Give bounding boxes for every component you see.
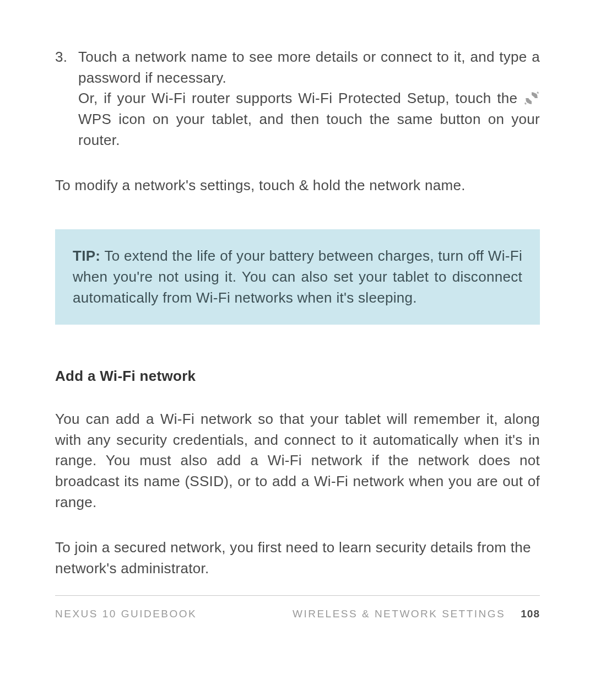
tip-callout: TIP: To extend the life of your battery …	[55, 229, 540, 325]
modify-paragraph: To modify a network's settings, touch & …	[55, 175, 540, 196]
wps-icon	[524, 90, 539, 105]
add-network-para-2: To join a secured network, you first nee…	[55, 537, 540, 579]
numbered-list-item: 3. Touch a network name to see more deta…	[55, 47, 540, 150]
list-text-line1: Touch a network name to see more details…	[78, 49, 540, 86]
tip-body: To extend the life of your battery betwe…	[73, 247, 522, 305]
tip-label: TIP:	[73, 247, 100, 264]
page-footer: NEXUS 10 GUIDEBOOK WIRELESS & NETWORK SE…	[55, 595, 540, 620]
footer-section-title: WIRELESS & NETWORK SETTINGS	[293, 608, 505, 620]
add-network-para-1: You can add a Wi-Fi network so that your…	[55, 409, 540, 513]
document-page: 3. Touch a network name to see more deta…	[0, 0, 595, 700]
section-heading: Add a Wi-Fi network	[55, 366, 540, 387]
list-number: 3.	[55, 47, 67, 68]
list-text-after-icon: WPS icon on your tablet, and then touch …	[78, 111, 540, 148]
footer-book-title: NEXUS 10 GUIDEBOOK	[55, 608, 197, 620]
page-number: 108	[521, 608, 540, 620]
footer-section: WIRELESS & NETWORK SETTINGS108	[293, 608, 540, 620]
list-text-before-icon: Or, if your Wi-Fi router supports Wi-Fi …	[78, 90, 523, 106]
body-content: 3. Touch a network name to see more deta…	[55, 47, 540, 579]
